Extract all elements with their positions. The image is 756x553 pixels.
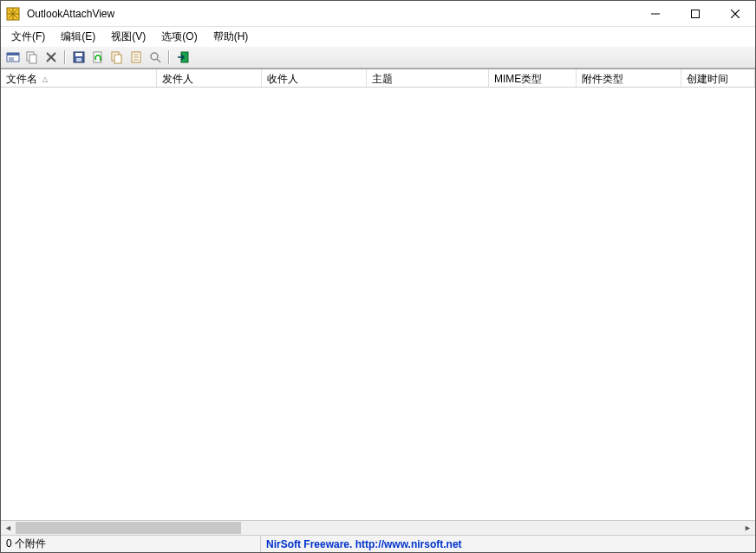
svg-point-23	[151, 53, 158, 60]
column-from[interactable]: 发件人	[157, 69, 262, 87]
column-label: 文件名	[6, 72, 37, 87]
status-count: 0 个附件	[1, 536, 261, 552]
column-created[interactable]: 创建时间	[681, 69, 755, 87]
menu-help[interactable]: 帮助(H)	[206, 28, 256, 46]
svg-rect-6	[7, 53, 19, 55]
menu-view[interactable]: 视图(V)	[104, 28, 153, 46]
column-label: 收件人	[267, 72, 298, 87]
window-controls	[635, 1, 755, 26]
menu-file[interactable]: 文件(F)	[4, 28, 52, 46]
column-label: 发件人	[162, 72, 193, 87]
refresh-button[interactable]	[89, 49, 107, 66]
svg-line-24	[157, 59, 160, 62]
status-credit-text[interactable]: NirSoft Freeware. http://www.nirsoft.net	[266, 538, 462, 550]
app-window: OutlookAttachView 文件(F) 编辑(E) 视图(V) 选项(O…	[0, 0, 756, 553]
svg-rect-10	[29, 55, 36, 63]
copy-cell-button[interactable]	[108, 49, 126, 66]
column-attach-type[interactable]: 附件类型	[577, 69, 681, 87]
properties-button[interactable]	[127, 49, 145, 66]
maximize-button[interactable]	[675, 1, 715, 26]
menu-edit[interactable]: 编辑(E)	[54, 28, 102, 46]
column-header-row: 文件名 △ 发件人 收件人 主题 MIME类型 附件类型 创建时间	[1, 68, 755, 88]
app-icon	[6, 7, 20, 21]
exit-button[interactable]	[174, 49, 192, 66]
toolbar	[1, 46, 755, 68]
column-subject[interactable]: 主题	[367, 69, 489, 87]
column-label: 附件类型	[582, 72, 623, 87]
close-button[interactable]	[715, 1, 755, 26]
list-content-area[interactable]	[1, 88, 755, 520]
svg-rect-15	[76, 58, 81, 62]
svg-rect-2	[692, 10, 700, 17]
save-button[interactable]	[70, 49, 88, 66]
scroll-track[interactable]	[16, 521, 740, 535]
copy-selected-button[interactable]	[23, 49, 41, 66]
column-label: MIME类型	[494, 72, 542, 87]
scroll-right-button[interactable]: ►	[740, 521, 755, 535]
column-mime[interactable]: MIME类型	[489, 69, 577, 87]
column-label: 创建时间	[687, 72, 728, 87]
status-bar: 0 个附件 NirSoft Freeware. http://www.nirso…	[1, 535, 755, 552]
scroll-thumb[interactable]	[16, 522, 241, 534]
column-filename[interactable]: 文件名 △	[1, 69, 157, 87]
find-button[interactable]	[147, 49, 164, 66]
window-title: OutlookAttachView	[25, 8, 635, 20]
column-to[interactable]: 收件人	[262, 69, 367, 87]
minimize-button[interactable]	[635, 1, 675, 26]
horizontal-scrollbar[interactable]: ◄ ►	[1, 520, 755, 535]
toolbar-separator	[167, 49, 171, 66]
scroll-left-button[interactable]: ◄	[1, 521, 16, 535]
sort-ascending-icon: △	[42, 75, 48, 83]
scan-options-button[interactable]	[4, 49, 22, 66]
title-bar: OutlookAttachView	[1, 1, 755, 27]
delete-button[interactable]	[42, 49, 60, 66]
column-label: 主题	[372, 72, 393, 87]
menu-options[interactable]: 选项(O)	[154, 28, 204, 46]
svg-rect-14	[75, 53, 82, 56]
status-credit: NirSoft Freeware. http://www.nirsoft.net	[261, 536, 467, 552]
svg-rect-18	[114, 55, 121, 63]
toolbar-separator	[63, 49, 67, 66]
menu-bar: 文件(F) 编辑(E) 视图(V) 选项(O) 帮助(H)	[1, 27, 755, 46]
